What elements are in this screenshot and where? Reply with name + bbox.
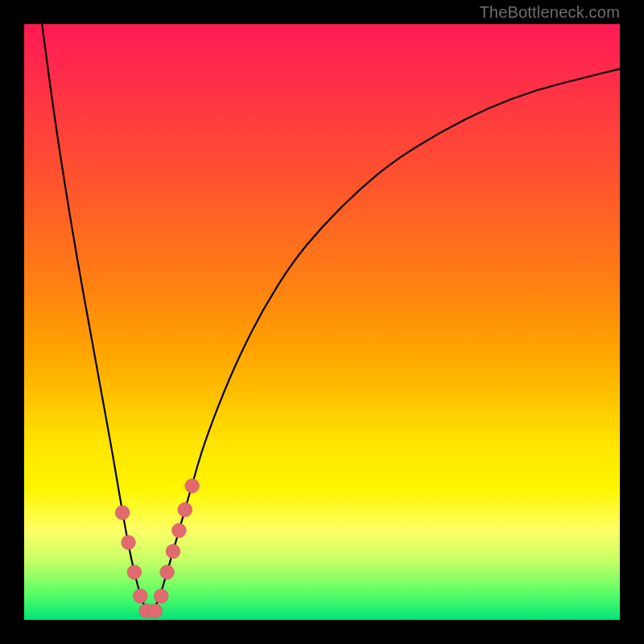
bottleneck-curve (42, 24, 620, 613)
highlight-dot (160, 565, 175, 580)
highlight-dot (115, 506, 130, 520)
highlight-dot (185, 479, 200, 493)
highlight-dot (178, 502, 192, 517)
highlight-dot (133, 589, 147, 604)
chart-frame: TheBottleneck.com (0, 0, 644, 644)
highlight-dot (166, 544, 180, 559)
highlight-dot (148, 604, 163, 618)
highlight-dot (122, 535, 136, 550)
highlight-dot (127, 565, 142, 580)
marker-group (115, 479, 199, 618)
highlight-dot (154, 589, 168, 604)
curve-path-group (42, 24, 620, 613)
plot-area (24, 24, 620, 620)
watermark-text: TheBottleneck.com (479, 3, 620, 22)
curve-canvas (24, 24, 620, 620)
highlight-dot (172, 523, 187, 538)
